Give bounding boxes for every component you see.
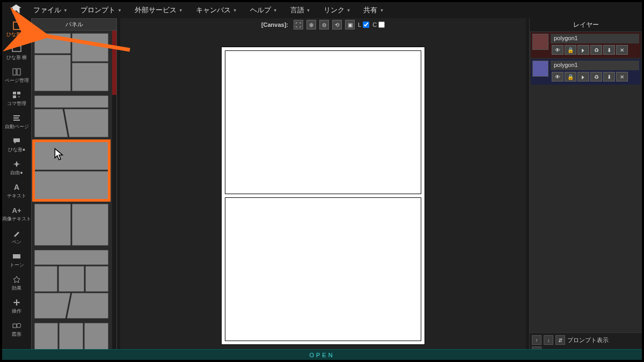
layers-sidebar: レイヤー polygon1 👁 🔒 ⏵ ♻ ⬇ xyxy=(529,18,642,360)
shapes-icon xyxy=(11,321,22,330)
layer-run-button[interactable]: ⏵ xyxy=(577,72,589,82)
tool-template-vertical[interactable]: ひな形 縦 xyxy=(4,19,30,39)
panel-template-1[interactable] xyxy=(34,33,109,92)
tool-pen[interactable]: ペン xyxy=(4,227,30,247)
grid-plus-icon: + xyxy=(11,91,22,99)
menu-canvas[interactable]: キャンバス▼ xyxy=(189,2,244,18)
landscape-rect-icon xyxy=(11,45,22,53)
pages-icon xyxy=(11,68,22,76)
svg-rect-4 xyxy=(13,92,16,94)
effect-icon xyxy=(11,275,22,284)
canvas-area: [Canvas]: ⛶ ⊕ ⊖ ⟲ ▣ L C xyxy=(120,18,526,360)
tool-image-text[interactable]: A+ 画像テキスト xyxy=(4,204,30,224)
svg-rect-6 xyxy=(13,95,16,98)
layer-swatch xyxy=(532,61,548,77)
speech-filled-icon xyxy=(11,137,22,145)
panel-templates-sidebar: パネル xyxy=(31,18,117,360)
canvas-label: [Canvas]: xyxy=(261,21,288,28)
panel-template-4[interactable] xyxy=(34,203,109,246)
canvas-toolbar: [Canvas]: ⛶ ⊕ ⊖ ⟲ ▣ L C xyxy=(120,18,526,31)
tool-shape[interactable]: 図形 xyxy=(4,319,30,339)
canvas-c-checkbox[interactable]: C xyxy=(372,21,385,28)
canvas-stage[interactable] xyxy=(120,31,526,360)
canvas-fit-button[interactable]: ⛶ xyxy=(294,20,303,29)
tool-operate[interactable]: 操作 xyxy=(4,296,30,316)
layer-visibility-button[interactable]: 👁 xyxy=(552,45,564,55)
menu-external-service[interactable]: 外部サービス▼ xyxy=(128,2,189,18)
tool-text[interactable]: A テキスト xyxy=(4,181,30,201)
tool-template-dot[interactable]: ひな形● xyxy=(4,135,30,154)
menu-help[interactable]: ヘルプ▼ xyxy=(244,2,284,18)
menu-bar: ファイル▼ プロンプト▼ 外部サービス▼ キャンバス▼ ヘルプ▼ 言語▼ リンク… xyxy=(2,2,642,18)
canvas-crop-button[interactable]: ▣ xyxy=(345,20,355,29)
svg-rect-2 xyxy=(13,69,16,75)
text-a-icon: A xyxy=(11,183,22,191)
layer-move-down-button[interactable]: ↓ xyxy=(544,335,553,345)
svg-line-30 xyxy=(66,292,71,319)
tool-auto-page[interactable]: 自動ページ xyxy=(4,112,30,131)
tool-effect[interactable]: 効果 xyxy=(4,273,30,293)
layer-lock-button[interactable]: 🔒 xyxy=(565,45,576,55)
tool-page-management[interactable]: ページ管理 xyxy=(4,65,30,85)
layer-collapse-button[interactable]: ⇵ xyxy=(555,335,565,345)
sparkle-icon xyxy=(11,160,22,168)
tool-tone[interactable]: トーン xyxy=(4,250,30,270)
app-logo[interactable] xyxy=(5,2,27,18)
layer-visibility-button[interactable]: 👁 xyxy=(552,72,564,82)
page-panel-bottom[interactable] xyxy=(225,197,421,341)
lines-icon xyxy=(11,114,22,122)
prompt-display-label: プロンプト表示 xyxy=(567,336,609,344)
panel-template-5[interactable] xyxy=(34,249,109,319)
menu-share[interactable]: 共有▼ xyxy=(357,2,390,18)
layer-name[interactable]: polygon1 xyxy=(551,34,639,43)
svg-rect-18 xyxy=(34,95,109,138)
layer-name[interactable]: polygon1 xyxy=(551,61,639,70)
canvas-page[interactable] xyxy=(221,47,425,345)
layer-recycle-button[interactable]: ♻ xyxy=(590,72,602,82)
svg-point-13 xyxy=(17,323,21,328)
layer-download-button[interactable]: ⬇ xyxy=(603,72,615,82)
layer-delete-button[interactable]: ✕ xyxy=(616,72,628,82)
menu-file[interactable]: ファイル▼ xyxy=(27,2,74,18)
canvas-l-checkbox[interactable]: L xyxy=(358,21,369,28)
svg-rect-0 xyxy=(13,22,20,29)
pen-icon xyxy=(11,229,22,238)
panel-sidebar-header: パネル xyxy=(32,19,116,31)
canvas-reset-button[interactable]: ⟲ xyxy=(332,20,342,29)
layer-item-1[interactable]: polygon1 👁 🔒 ⏵ ♻ ⬇ ✕ xyxy=(531,59,641,85)
svg-rect-25 xyxy=(34,249,109,319)
layers-header: レイヤー xyxy=(530,18,642,31)
svg-rect-1 xyxy=(12,46,21,51)
svg-line-20 xyxy=(63,108,69,138)
portrait-rect-icon xyxy=(11,21,22,30)
tone-icon xyxy=(11,252,22,261)
layer-delete-button[interactable]: ✕ xyxy=(616,45,628,55)
bottom-open-bar[interactable]: OPEN xyxy=(2,349,642,360)
panel-scrollbar[interactable] xyxy=(112,31,116,359)
text-a-plus-icon: A+ xyxy=(11,206,22,215)
canvas-zoom-in-button[interactable]: ⊕ xyxy=(306,20,316,29)
layer-move-up-button[interactable]: ↑ xyxy=(532,335,541,345)
svg-rect-12 xyxy=(13,324,17,328)
layer-run-button[interactable]: ⏵ xyxy=(577,45,589,55)
tool-frame-management[interactable]: + コマ管理 xyxy=(4,88,30,108)
tool-free-dot[interactable]: 自由● xyxy=(4,158,30,178)
panel-template-2[interactable] xyxy=(34,95,109,138)
tool-strip: ひな形 縦 ひな形 横 ページ管理 + コマ管理 自動ページ ひな形● xyxy=(2,18,31,360)
menu-prompt[interactable]: プロンプト▼ xyxy=(74,2,128,18)
layer-swatch xyxy=(532,34,548,50)
page-panel-top[interactable] xyxy=(225,50,421,194)
tool-template-horizontal[interactable]: ひな形 横 xyxy=(4,42,30,62)
menu-language[interactable]: 言語▼ xyxy=(284,2,317,18)
panel-template-3[interactable] xyxy=(34,141,109,200)
layer-recycle-button[interactable]: ♻ xyxy=(590,45,602,55)
layer-item-0[interactable]: polygon1 👁 🔒 ⏵ ♻ ⬇ ✕ xyxy=(531,32,641,58)
layer-lock-button[interactable]: 🔒 xyxy=(565,72,576,82)
svg-rect-3 xyxy=(17,69,20,75)
menu-link[interactable]: リンク▼ xyxy=(317,2,357,18)
svg-text:+: + xyxy=(18,94,20,99)
layer-download-button[interactable]: ⬇ xyxy=(603,45,615,55)
svg-rect-11 xyxy=(13,254,20,258)
canvas-zoom-out-button[interactable]: ⊖ xyxy=(319,20,329,29)
move-icon xyxy=(11,298,22,307)
